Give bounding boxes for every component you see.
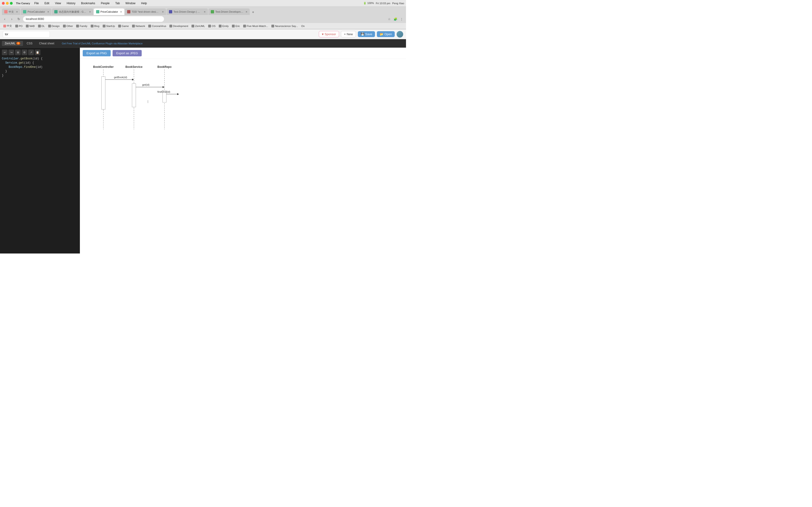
bookmark-game[interactable]: Game xyxy=(117,24,130,28)
heart-icon: ♥ xyxy=(322,33,324,36)
save-button[interactable]: 💾 Save xyxy=(358,31,375,37)
menu-file[interactable]: File xyxy=(33,1,40,5)
menu-people[interactable]: People xyxy=(100,1,110,5)
bookmark-network[interactable]: Network xyxy=(131,24,146,28)
tab-close[interactable]: ✕ xyxy=(246,10,247,13)
actor-bookservice: BookService xyxy=(125,65,143,68)
tab-css[interactable]: CSS xyxy=(24,41,36,46)
tab-close[interactable]: ✕ xyxy=(16,10,18,13)
traffic-lights xyxy=(2,2,13,5)
open-button[interactable]: 📂 Open xyxy=(377,31,395,37)
bookmark-emily[interactable]: Emily xyxy=(217,24,230,28)
bookmark-icon xyxy=(132,25,135,27)
bookmark-blog[interactable]: Blog xyxy=(89,24,101,28)
editor-toolbar: ↩ ↪ ⊞ ⚙ ↗ 📋 xyxy=(2,50,78,55)
bookmark-star-icon[interactable]: ☆ xyxy=(387,16,392,21)
settings-icon[interactable]: ⋮ xyxy=(399,16,404,21)
bookmark-five-must-watch[interactable]: Five Must-Watch... xyxy=(242,24,269,28)
tab-cheat-sheet[interactable]: Cheat sheet xyxy=(36,41,57,46)
close-button[interactable] xyxy=(2,2,5,5)
bookmark-icon xyxy=(76,25,79,27)
bookmark-neuroscience[interactable]: Neuroscience Say... xyxy=(270,24,299,28)
tab-zenuml[interactable]: ZenUML 6 xyxy=(2,41,23,46)
user-avatar[interactable] xyxy=(397,31,403,38)
bookmark-on[interactable]: On xyxy=(300,24,306,28)
bookmark-development[interactable]: Development xyxy=(168,24,190,28)
tab-pricecalculator-active[interactable]: PriceCalculator ✕ xyxy=(94,8,124,15)
export-jpeg-button[interactable]: Export as JPEG xyxy=(112,50,142,56)
bookmark-dl[interactable]: DL xyxy=(37,24,46,28)
bookmark-zhongwen[interactable]: 中文 xyxy=(2,24,13,28)
tab-favicon xyxy=(211,10,214,13)
tab-close[interactable]: ✕ xyxy=(120,10,122,13)
app-tabs: ZenUML 6 CSS Cheat sheet Get Free Trial … xyxy=(0,39,406,48)
refresh-button[interactable]: ↻ xyxy=(16,16,21,22)
bookmark-other[interactable]: Other xyxy=(61,24,74,28)
bookmark-os[interactable]: OS xyxy=(207,24,217,28)
bookmark-po[interactable]: PO xyxy=(14,24,24,28)
bookmark-family[interactable]: Family xyxy=(75,24,89,28)
code-line-4: } xyxy=(2,69,78,73)
app-name: The Canary xyxy=(16,2,30,5)
bookmark-eric[interactable]: Eric xyxy=(231,24,241,28)
tab-favicon xyxy=(4,10,7,13)
browser-chrome: 中文 ✕ PriceCalculator ✕ 动态面向对象建模 - Google… xyxy=(0,7,406,30)
search-input[interactable] xyxy=(3,31,50,38)
settings-button[interactable]: ⚙ xyxy=(21,50,27,55)
bookmark-icon xyxy=(26,25,29,27)
share-button[interactable]: ↗ xyxy=(28,50,34,55)
menu-bookmarks[interactable]: Bookmarks xyxy=(80,1,96,5)
menu-window[interactable]: Window xyxy=(124,1,137,5)
menu-tab[interactable]: Tab xyxy=(114,1,121,5)
sponsor-button[interactable]: ♥ Sponsor xyxy=(319,31,339,37)
code-line-5: } xyxy=(2,73,78,78)
format-button[interactable]: ⊞ xyxy=(15,50,21,55)
bookmark-icon xyxy=(208,25,211,27)
bookmark-design[interactable]: Design xyxy=(47,24,61,28)
new-tab-button[interactable]: + xyxy=(250,9,256,15)
bookmark-icon xyxy=(232,25,235,27)
bookmark-coronavirus[interactable]: CoronaVirus xyxy=(147,24,167,28)
copy-button[interactable]: 📋 xyxy=(35,50,40,55)
title-bar-right: 🔋 100% Fri 10:03 pm Peng Xiao xyxy=(363,2,404,5)
bookmark-startup[interactable]: StartUp xyxy=(101,24,116,28)
atlassian-announce: Get Free Trial of ZenUML Confluence Plug… xyxy=(62,42,143,45)
tab-tdd-design[interactable]: TDD "test driven design" – Go... ✕ xyxy=(125,8,166,15)
export-bar: Export as PNG Export as JPEG xyxy=(80,48,406,59)
tab-close[interactable]: ✕ xyxy=(89,10,91,13)
tab-pricecalculator-1[interactable]: PriceCalculator ✕ xyxy=(21,8,51,15)
address-input[interactable] xyxy=(23,16,164,22)
undo-button[interactable]: ↩ xyxy=(2,50,7,55)
bookmark-zenuml[interactable]: ZenUML xyxy=(190,24,206,28)
diagram-canvas: BookController BookService BookRepo getB… xyxy=(80,59,406,253)
menu-help[interactable]: Help xyxy=(140,1,148,5)
tab-close[interactable]: ✕ xyxy=(204,10,206,13)
tab-zhongwen[interactable]: 中文 ✕ xyxy=(2,8,20,15)
maximize-button[interactable] xyxy=(10,2,13,5)
actor-bookcontroller: BookController xyxy=(93,65,114,68)
minimize-button[interactable] xyxy=(6,2,9,5)
tab-favicon xyxy=(96,10,99,13)
export-png-button[interactable]: Export as PNG xyxy=(83,50,111,56)
tab-close[interactable]: ✕ xyxy=(162,10,164,13)
menu-history[interactable]: History xyxy=(66,1,77,5)
forward-button[interactable]: › xyxy=(9,16,14,22)
tab-tdd-real[interactable]: Test-Driven Development: Rea... ✕ xyxy=(208,8,250,15)
actor-bookrepo: BookRepo xyxy=(157,65,171,68)
code-line-3: BookRepo.findOne(id) xyxy=(2,65,78,69)
tab-google-slides[interactable]: 动态面向对象建模 - Google Sli... ✕ xyxy=(52,8,93,15)
menu-edit[interactable]: Edit xyxy=(44,1,50,5)
bookmark-icon xyxy=(63,25,66,27)
tab-dr-dobbs[interactable]: Test-Driven Design | Dr Dobb's ✕ xyxy=(166,8,208,15)
plus-icon: + xyxy=(344,33,346,36)
bookmark-nab[interactable]: NAB xyxy=(24,24,36,28)
tab-close[interactable]: ✕ xyxy=(47,10,49,13)
redo-button[interactable]: ↪ xyxy=(8,50,14,55)
folder-icon: 📂 xyxy=(380,33,384,36)
code-line-2: Service.get(id) { xyxy=(2,61,78,65)
back-button[interactable]: ‹ xyxy=(2,16,7,22)
new-button[interactable]: + New xyxy=(341,31,356,37)
sequence-diagram: BookController BookService BookRepo getB… xyxy=(89,64,183,139)
menu-view[interactable]: View xyxy=(54,1,62,5)
extension-icon[interactable]: 🧩 xyxy=(393,16,398,21)
